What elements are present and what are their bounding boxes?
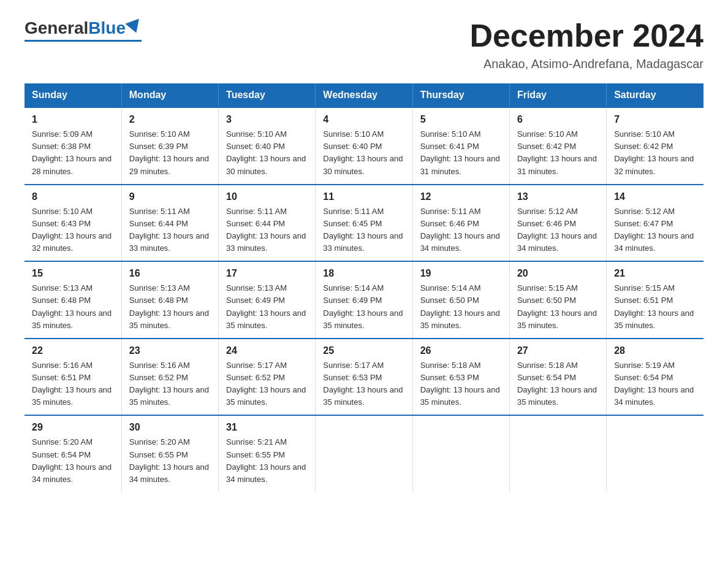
header-wednesday: Wednesday [316,83,412,107]
day-info: Sunrise: 5:21 AMSunset: 6:55 PMDaylight:… [226,436,308,486]
calendar-cell: 27Sunrise: 5:18 AMSunset: 6:54 PMDayligh… [509,339,606,416]
calendar-week-row: 22Sunrise: 5:16 AMSunset: 6:51 PMDayligh… [25,339,703,416]
day-info: Sunrise: 5:20 AMSunset: 6:55 PMDaylight:… [129,436,211,486]
day-number: 16 [129,268,211,279]
day-info: Sunrise: 5:09 AMSunset: 6:38 PMDaylight:… [32,128,114,178]
day-info: Sunrise: 5:10 AMSunset: 6:39 PMDaylight:… [129,128,211,178]
calendar-cell [316,415,412,492]
title-section: December 2024 Anakao, Atsimo-Andrefana, … [469,18,703,71]
day-number: 24 [226,345,308,356]
day-info: Sunrise: 5:10 AMSunset: 6:43 PMDaylight:… [32,205,114,255]
day-number: 1 [32,114,114,125]
day-number: 4 [323,114,404,125]
calendar-cell: 18Sunrise: 5:14 AMSunset: 6:49 PMDayligh… [316,261,412,339]
day-number: 23 [129,345,211,356]
day-number: 26 [420,345,502,356]
header-friday: Friday [509,83,606,107]
calendar-week-row: 29Sunrise: 5:20 AMSunset: 6:54 PMDayligh… [25,415,703,492]
calendar-cell: 19Sunrise: 5:14 AMSunset: 6:50 PMDayligh… [412,261,509,339]
day-number: 11 [323,191,404,202]
day-number: 18 [323,268,404,279]
day-number: 27 [517,345,599,356]
logo-blue-text: Blue [88,18,126,38]
calendar-week-row: 15Sunrise: 5:13 AMSunset: 6:48 PMDayligh… [25,261,703,339]
calendar-cell: 4Sunrise: 5:10 AMSunset: 6:40 PMDaylight… [316,107,412,185]
logo: GeneralBlue [25,18,142,42]
day-info: Sunrise: 5:10 AMSunset: 6:42 PMDaylight:… [517,128,599,178]
header-tuesday: Tuesday [219,83,316,107]
calendar-cell: 16Sunrise: 5:13 AMSunset: 6:48 PMDayligh… [121,261,218,339]
page-header: GeneralBlue December 2024 Anakao, Atsimo… [25,18,703,71]
day-number: 19 [420,268,502,279]
day-number: 25 [323,345,404,356]
day-info: Sunrise: 5:12 AMSunset: 6:47 PMDaylight:… [614,205,696,255]
day-number: 20 [517,268,599,279]
calendar-week-row: 1Sunrise: 5:09 AMSunset: 6:38 PMDaylight… [25,107,703,185]
day-info: Sunrise: 5:13 AMSunset: 6:48 PMDaylight:… [129,282,211,332]
day-info: Sunrise: 5:11 AMSunset: 6:44 PMDaylight:… [129,205,211,255]
day-info: Sunrise: 5:11 AMSunset: 6:45 PMDaylight:… [323,205,404,255]
calendar-cell: 11Sunrise: 5:11 AMSunset: 6:45 PMDayligh… [316,185,412,262]
day-number: 31 [226,422,308,433]
day-info: Sunrise: 5:14 AMSunset: 6:50 PMDaylight:… [420,282,502,332]
day-number: 12 [420,191,502,202]
calendar-cell: 26Sunrise: 5:18 AMSunset: 6:53 PMDayligh… [412,339,509,416]
location-subtitle: Anakao, Atsimo-Andrefana, Madagascar [469,57,703,71]
calendar-cell: 30Sunrise: 5:20 AMSunset: 6:55 PMDayligh… [121,415,218,492]
day-info: Sunrise: 5:13 AMSunset: 6:48 PMDaylight:… [32,282,114,332]
day-info: Sunrise: 5:14 AMSunset: 6:49 PMDaylight:… [323,282,404,332]
calendar-cell: 17Sunrise: 5:13 AMSunset: 6:49 PMDayligh… [219,261,316,339]
day-info: Sunrise: 5:15 AMSunset: 6:51 PMDaylight:… [614,282,696,332]
calendar-cell: 3Sunrise: 5:10 AMSunset: 6:40 PMDaylight… [219,107,316,185]
day-number: 6 [517,114,599,125]
calendar-cell: 13Sunrise: 5:12 AMSunset: 6:46 PMDayligh… [509,185,606,262]
calendar-cell: 7Sunrise: 5:10 AMSunset: 6:42 PMDaylight… [607,107,703,185]
day-info: Sunrise: 5:11 AMSunset: 6:46 PMDaylight:… [420,205,502,255]
day-number: 5 [420,114,502,125]
day-number: 22 [32,345,114,356]
day-number: 17 [226,268,308,279]
day-number: 14 [614,191,696,202]
calendar-cell: 10Sunrise: 5:11 AMSunset: 6:44 PMDayligh… [219,185,316,262]
day-number: 2 [129,114,211,125]
logo-general-text: General [25,18,88,38]
day-info: Sunrise: 5:19 AMSunset: 6:54 PMDaylight:… [614,359,696,409]
calendar-cell: 6Sunrise: 5:10 AMSunset: 6:42 PMDaylight… [509,107,606,185]
header-thursday: Thursday [412,83,509,107]
header-monday: Monday [121,83,218,107]
day-info: Sunrise: 5:15 AMSunset: 6:50 PMDaylight:… [517,282,599,332]
calendar-cell: 25Sunrise: 5:17 AMSunset: 6:53 PMDayligh… [316,339,412,416]
calendar-cell [607,415,703,492]
day-number: 9 [129,191,211,202]
calendar-cell: 9Sunrise: 5:11 AMSunset: 6:44 PMDaylight… [121,185,218,262]
calendar-cell: 2Sunrise: 5:10 AMSunset: 6:39 PMDaylight… [121,107,218,185]
day-info: Sunrise: 5:18 AMSunset: 6:53 PMDaylight:… [420,359,502,409]
day-number: 28 [614,345,696,356]
day-number: 7 [614,114,696,125]
day-info: Sunrise: 5:17 AMSunset: 6:53 PMDaylight:… [323,359,404,409]
calendar-cell: 1Sunrise: 5:09 AMSunset: 6:38 PMDaylight… [25,107,121,185]
day-info: Sunrise: 5:20 AMSunset: 6:54 PMDaylight:… [32,436,114,486]
calendar-header-row: SundayMondayTuesdayWednesdayThursdayFrid… [25,83,703,107]
day-number: 15 [32,268,114,279]
header-sunday: Sunday [25,83,121,107]
day-number: 13 [517,191,599,202]
calendar-cell: 28Sunrise: 5:19 AMSunset: 6:54 PMDayligh… [607,339,703,416]
day-number: 30 [129,422,211,433]
calendar-cell: 8Sunrise: 5:10 AMSunset: 6:43 PMDaylight… [25,185,121,262]
calendar-cell: 15Sunrise: 5:13 AMSunset: 6:48 PMDayligh… [25,261,121,339]
day-number: 10 [226,191,308,202]
calendar-table: SundayMondayTuesdayWednesdayThursdayFrid… [25,83,703,492]
day-info: Sunrise: 5:10 AMSunset: 6:42 PMDaylight:… [614,128,696,178]
day-info: Sunrise: 5:12 AMSunset: 6:46 PMDaylight:… [517,205,599,255]
calendar-cell: 20Sunrise: 5:15 AMSunset: 6:50 PMDayligh… [509,261,606,339]
calendar-cell: 5Sunrise: 5:10 AMSunset: 6:41 PMDaylight… [412,107,509,185]
calendar-cell: 24Sunrise: 5:17 AMSunset: 6:52 PMDayligh… [219,339,316,416]
day-info: Sunrise: 5:18 AMSunset: 6:54 PMDaylight:… [517,359,599,409]
calendar-cell: 22Sunrise: 5:16 AMSunset: 6:51 PMDayligh… [25,339,121,416]
day-info: Sunrise: 5:11 AMSunset: 6:44 PMDaylight:… [226,205,308,255]
day-info: Sunrise: 5:16 AMSunset: 6:51 PMDaylight:… [32,359,114,409]
day-number: 21 [614,268,696,279]
day-info: Sunrise: 5:17 AMSunset: 6:52 PMDaylight:… [226,359,308,409]
calendar-cell: 12Sunrise: 5:11 AMSunset: 6:46 PMDayligh… [412,185,509,262]
